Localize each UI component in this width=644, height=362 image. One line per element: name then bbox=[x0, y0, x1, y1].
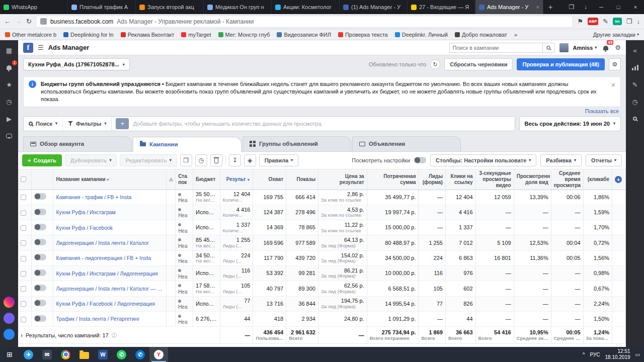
file-explorer-icon[interactable] bbox=[75, 347, 94, 362]
settings-gear-icon[interactable] bbox=[615, 44, 621, 51]
campaign-toggle[interactable] bbox=[34, 209, 46, 215]
bookmark-item[interactable]: Добро пожаловат bbox=[455, 32, 507, 38]
export-icon[interactable] bbox=[229, 154, 241, 166]
reports-button[interactable]: Отчеты bbox=[586, 154, 622, 166]
row-checkbox[interactable] bbox=[21, 271, 26, 277]
chrome-icon[interactable] bbox=[56, 347, 75, 362]
url-bar[interactable]: business.facebook.com Ads Manager - Упра… bbox=[36, 16, 573, 27]
row-checkbox[interactable] bbox=[21, 256, 26, 261]
create-button[interactable]: Создать bbox=[22, 154, 62, 166]
search-icon[interactable] bbox=[542, 43, 554, 52]
reload-icon[interactable] bbox=[26, 18, 32, 25]
row-checkbox[interactable] bbox=[21, 225, 26, 231]
view-settings-toggle[interactable] bbox=[414, 157, 426, 163]
table-row[interactable]: Кампания - лидогенерация / FB + InstaНеа… bbox=[18, 250, 626, 265]
browser-tab[interactable]: Ads Manager - У bbox=[475, 0, 543, 14]
table-row[interactable]: Лидогенерация / Insta лента / КаталогНеа… bbox=[18, 235, 626, 250]
campaign-name-link[interactable]: Кухни Руфа / Facebook / Лидогенерация bbox=[56, 301, 163, 307]
settings-gear-icon[interactable] bbox=[609, 58, 621, 70]
campaign-name-link[interactable]: Кухни Руфа / Facebook bbox=[56, 225, 163, 231]
rules-button[interactable]: Правила bbox=[259, 154, 298, 166]
browser-tab[interactable]: Платный трафик А bbox=[68, 0, 136, 14]
col-header-avgtime[interactable]: Среднее время просмотра bbox=[551, 169, 583, 190]
skype-icon[interactable] bbox=[131, 347, 149, 362]
campaign-name-link[interactable]: Лидогенерация / Insta лента / Каталог — … bbox=[56, 286, 163, 292]
table-row[interactable]: Трафик / Insta лента / РетаргетингНеа6 2… bbox=[18, 311, 626, 326]
site-security-icon[interactable] bbox=[40, 18, 47, 25]
col-header-clicks[interactable]: Клики на ссылку bbox=[445, 169, 475, 190]
edit-pencil-icon[interactable] bbox=[603, 18, 608, 25]
copy-icon[interactable] bbox=[180, 154, 192, 166]
col-header-impressions[interactable]: Показы bbox=[286, 169, 318, 190]
refresh-icon[interactable] bbox=[430, 59, 440, 69]
edit-pencil-icon[interactable] bbox=[629, 79, 640, 89]
browser-tab[interactable]: Запуск второй акц bbox=[136, 0, 204, 14]
browser-tab[interactable]: Медикал Он груп н bbox=[204, 0, 272, 14]
history-icon[interactable] bbox=[629, 97, 640, 107]
table-row[interactable]: Лидогенерация / Insta лента / Каталог — … bbox=[18, 281, 626, 296]
campaign-toggle[interactable] bbox=[34, 300, 46, 306]
back-icon[interactable] bbox=[4, 18, 11, 25]
campaign-toggle[interactable] bbox=[34, 224, 46, 230]
mail-icon[interactable] bbox=[38, 347, 56, 362]
forward-icon[interactable] bbox=[15, 18, 22, 25]
col-header-name[interactable]: Название кампании bbox=[53, 169, 166, 190]
apps-grid-icon[interactable] bbox=[4, 45, 15, 55]
col-header-add[interactable]: + bbox=[612, 169, 626, 190]
start-button[interactable] bbox=[0, 347, 19, 362]
browser-tab[interactable]: Акции: Косметолог bbox=[272, 0, 340, 14]
col-header-leads[interactable]: Лиды (форма) bbox=[419, 169, 445, 190]
row-checkbox[interactable] bbox=[21, 195, 26, 200]
whatsapp-icon[interactable] bbox=[112, 347, 131, 362]
col-header-viewrate[interactable]: Просмотренн доля вид bbox=[514, 169, 551, 190]
vk-icon[interactable] bbox=[4, 329, 15, 340]
browser-tab[interactable]: WhatsApp bbox=[0, 0, 68, 14]
delete-button[interactable] bbox=[210, 154, 222, 166]
telegram-icon[interactable] bbox=[19, 347, 38, 362]
discard-drafts-button[interactable]: Сбросить черновики bbox=[444, 58, 513, 70]
col-header-budget[interactable]: Бюджет bbox=[193, 169, 220, 190]
campaign-toggle[interactable] bbox=[34, 315, 46, 322]
table-row[interactable]: Кампания - трафик / FB + InstaНеа35 500,… bbox=[18, 190, 626, 205]
bookmark-flag-icon[interactable] bbox=[577, 18, 583, 25]
campaign-name-link[interactable]: Кампания - лидогенерация / FB + Insta bbox=[56, 255, 163, 261]
campaign-name-link[interactable]: Кампания - трафик / FB + Insta bbox=[56, 194, 163, 200]
other-bookmarks-button[interactable]: Другие закладки bbox=[593, 32, 639, 38]
search-filter-button[interactable]: Поиск bbox=[24, 117, 63, 131]
col-header-reach[interactable]: Охват bbox=[253, 169, 286, 190]
bookmarks-overflow-icon[interactable] bbox=[514, 32, 517, 38]
duplicate-button[interactable]: Дублировать bbox=[65, 154, 117, 166]
notifications-bell-icon[interactable]: 45 bbox=[603, 43, 608, 52]
tag-icon[interactable] bbox=[244, 154, 256, 166]
campaign-toggle[interactable] bbox=[34, 239, 46, 245]
action-center-icon[interactable] bbox=[635, 352, 640, 357]
date-range-selector[interactable]: Весь срок действия: 19 июн 20 bbox=[519, 116, 621, 131]
tab-overview[interactable]: Обзор аккаунта bbox=[23, 136, 132, 151]
bookmark-item[interactable]: Мег: Монстр глуб bbox=[218, 32, 270, 38]
tab-adsets[interactable]: Группы объявлений bbox=[243, 136, 351, 151]
bookmark-item[interactable]: Deeplinkr. Личный bbox=[395, 32, 448, 38]
campaign-name-link[interactable]: Лидогенерация / Insta лента / Каталог bbox=[56, 240, 163, 246]
avatar[interactable] bbox=[559, 43, 569, 52]
tray-expand-icon[interactable] bbox=[583, 352, 585, 357]
collections-icon[interactable] bbox=[626, 18, 632, 25]
summary-label-cell[interactable]: Результаты, число кампаний: 17 bbox=[18, 327, 220, 344]
user-menu[interactable]: Amniss bbox=[573, 45, 597, 51]
window-close-button[interactable] bbox=[627, 0, 644, 14]
table-row[interactable]: Кухни Руфа / Инстаграм / ЛидогенерацияНе… bbox=[18, 265, 626, 281]
window-minimize-button[interactable] bbox=[593, 0, 610, 14]
header-checkbox[interactable] bbox=[21, 176, 26, 182]
campaign-toggle[interactable] bbox=[34, 254, 46, 260]
bookmark-item[interactable]: Реклама Вконтакт bbox=[121, 32, 175, 38]
campaign-search-input[interactable] bbox=[450, 45, 542, 51]
yandex-browser-icon[interactable]: Y bbox=[149, 347, 168, 362]
campaign-toggle[interactable] bbox=[34, 269, 46, 276]
tab-ads[interactable]: Объявления bbox=[352, 136, 461, 151]
edit-button[interactable]: Редактировать bbox=[120, 154, 177, 166]
campaign-toggle[interactable] bbox=[34, 285, 46, 291]
instagram-icon[interactable] bbox=[4, 297, 15, 308]
bookmark-item[interactable]: Видеозаписи ФИЛ bbox=[277, 32, 331, 38]
campaign-name-link[interactable]: Трафик / Insta лента / Ретаргетинг bbox=[56, 316, 163, 322]
col-header-video3s[interactable]: 3-секундные просмотры видео bbox=[475, 169, 514, 190]
bookmark-item[interactable]: Проверка текста bbox=[338, 32, 388, 38]
